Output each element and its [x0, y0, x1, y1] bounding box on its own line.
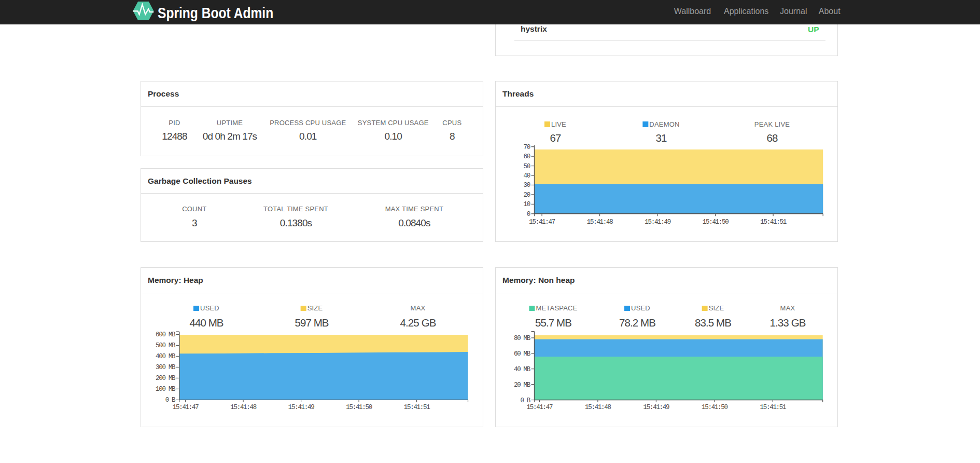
svg-text:0 B: 0 B — [520, 397, 530, 404]
svg-text:15:41:48: 15:41:48 — [230, 404, 256, 411]
svg-text:20: 20 — [524, 192, 530, 199]
svg-text:10: 10 — [524, 201, 530, 208]
svg-text:15:41:51: 15:41:51 — [760, 219, 786, 226]
svg-text:200 MB: 200 MB — [156, 375, 176, 382]
svg-text:70: 70 — [524, 144, 530, 151]
svg-text:15:41:48: 15:41:48 — [585, 404, 611, 411]
svg-text:40: 40 — [524, 172, 530, 180]
svg-text:15:41:50: 15:41:50 — [346, 404, 372, 411]
svg-text:60 MB: 60 MB — [514, 350, 531, 358]
svg-text:15:41:47: 15:41:47 — [173, 404, 199, 411]
svg-text:80 MB: 80 MB — [514, 335, 531, 342]
svg-text:300 MB: 300 MB — [156, 364, 176, 371]
svg-text:20 MB: 20 MB — [514, 382, 531, 389]
svg-text:40 MB: 40 MB — [514, 366, 531, 373]
svg-text:15:41:49: 15:41:49 — [288, 404, 314, 411]
svg-text:600 MB: 600 MB — [156, 331, 176, 338]
svg-text:100 MB: 100 MB — [156, 386, 176, 393]
svg-text:15:41:51: 15:41:51 — [404, 404, 430, 411]
svg-text:60: 60 — [524, 153, 530, 160]
svg-text:15:41:47: 15:41:47 — [529, 219, 555, 226]
svg-text:400 MB: 400 MB — [156, 353, 176, 360]
svg-text:15:41:48: 15:41:48 — [587, 219, 613, 226]
svg-text:50: 50 — [524, 163, 530, 170]
svg-text:15:41:51: 15:41:51 — [760, 404, 786, 411]
svg-text:15:41:49: 15:41:49 — [645, 219, 670, 226]
svg-text:15:41:47: 15:41:47 — [527, 404, 553, 411]
svg-text:15:41:50: 15:41:50 — [702, 404, 727, 411]
svg-text:15:41:50: 15:41:50 — [703, 219, 729, 226]
svg-text:30: 30 — [524, 182, 530, 189]
svg-text:15:41:49: 15:41:49 — [643, 404, 669, 411]
svg-text:0 B: 0 B — [165, 397, 176, 404]
svg-text:500 MB: 500 MB — [156, 342, 176, 349]
svg-text:0: 0 — [527, 211, 530, 218]
